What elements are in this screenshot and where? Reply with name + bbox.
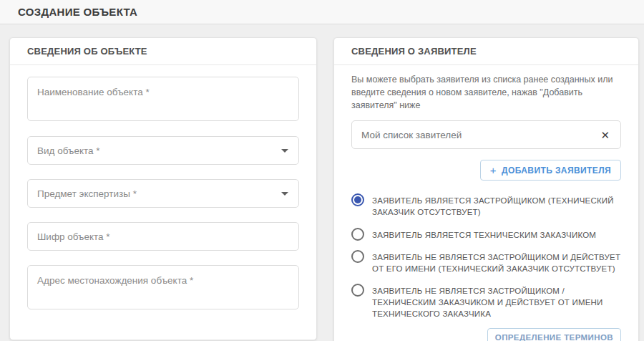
object-panel-header: СВЕДЕНИЯ ОБ ОБЪЕКТЕ <box>10 38 316 65</box>
radio-applicant-acts-for-technical-customer[interactable]: ЗАЯВИТЕЛЬ НЕ ЯВЛЯЕТСЯ ЗАСТРОЙЩИКОМ / ТЕХ… <box>351 283 621 320</box>
page-header: СОЗДАНИЕ ОБЪЕКТА <box>0 0 644 24</box>
radio-label: ЗАЯВИТЕЛЬ ЯВЛЯЕТСЯ ТЕХНИЧЕСКИМ ЗАКАЗЧИКО… <box>372 227 596 241</box>
applicant-role-radio-group: ЗАЯВИТЕЛЬ ЯВЛЯЕТСЯ ЗАСТРОЙЩИКОМ (ТЕХНИЧЕ… <box>351 193 621 320</box>
radio-label: ЗАЯВИТЕЛЬ НЕ ЯВЛЯЕТСЯ ЗАСТРОЙЩИКОМ И ДЕЙ… <box>372 249 621 274</box>
object-address-input[interactable] <box>27 265 299 309</box>
radio-unselected-icon <box>351 284 364 297</box>
applicant-list-input[interactable] <box>361 130 598 140</box>
radio-selected-icon <box>351 193 364 206</box>
add-applicant-button[interactable]: + ДОБАВИТЬ ЗАЯВИТЕЛЯ <box>480 160 621 181</box>
radio-applicant-is-developer[interactable]: ЗАЯВИТЕЛЬ ЯВЛЯЕТСЯ ЗАСТРОЙЩИКОМ (ТЕХНИЧЕ… <box>351 193 621 218</box>
object-panel-title: СВЕДЕНИЯ ОБ ОБЪЕКТЕ <box>27 46 147 57</box>
page-title: СОЗДАНИЕ ОБЪЕКТА <box>18 6 137 18</box>
object-info-panel: СВЕДЕНИЯ ОБ ОБЪЕКТЕ Вид объекта * Предме… <box>9 37 317 340</box>
expertise-subject-select[interactable]: Предмет экспертизы * <box>27 179 299 208</box>
applicant-list-combobox[interactable]: ✕ <box>351 120 621 149</box>
applicant-panel-title: СВЕДЕНИЯ О ЗАЯВИТЕЛЕ <box>351 46 477 57</box>
radio-applicant-acts-for-developer[interactable]: ЗАЯВИТЕЛЬ НЕ ЯВЛЯЕТСЯ ЗАСТРОЙЩИКОМ И ДЕЙ… <box>351 249 621 274</box>
radio-applicant-is-technical-customer[interactable]: ЗАЯВИТЕЛЬ ЯВЛЯЕТСЯ ТЕХНИЧЕСКИМ ЗАКАЗЧИКО… <box>351 227 621 241</box>
object-code-input[interactable] <box>27 222 299 251</box>
plus-icon: + <box>490 165 497 176</box>
object-kind-select[interactable]: Вид объекта * <box>27 136 299 165</box>
terms-definition-button[interactable]: ОПРЕДЕЛЕНИЕ ТЕРМИНОВ <box>487 328 621 341</box>
terms-definition-button-label: ОПРЕДЕЛЕНИЕ ТЕРМИНОВ <box>495 333 613 341</box>
main-content: СВЕДЕНИЯ ОБ ОБЪЕКТЕ Вид объекта * Предме… <box>0 24 644 341</box>
chevron-down-icon <box>281 192 288 196</box>
applicant-help-text: Вы можете выбрать заявителя из списка ра… <box>351 73 621 112</box>
add-applicant-button-label: ДОБАВИТЬ ЗАЯВИТЕЛЯ <box>502 165 611 176</box>
expertise-subject-select-label: Предмет экспертизы * <box>37 188 137 199</box>
radio-unselected-icon <box>351 228 364 241</box>
object-name-input[interactable] <box>27 77 299 121</box>
applicant-info-panel: СВЕДЕНИЯ О ЗАЯВИТЕЛЕ Вы можете выбрать з… <box>333 37 639 341</box>
chevron-down-icon <box>281 149 288 153</box>
object-kind-select-label: Вид объекта * <box>37 145 100 156</box>
applicant-panel-header: СВЕДЕНИЯ О ЗАЯВИТЕЛЕ <box>334 38 638 65</box>
radio-unselected-icon <box>351 250 364 263</box>
clear-icon[interactable]: ✕ <box>598 128 612 142</box>
radio-label: ЗАЯВИТЕЛЬ НЕ ЯВЛЯЕТСЯ ЗАСТРОЙЩИКОМ / ТЕХ… <box>372 283 621 320</box>
radio-label: ЗАЯВИТЕЛЬ ЯВЛЯЕТСЯ ЗАСТРОЙЩИКОМ (ТЕХНИЧЕ… <box>372 193 621 218</box>
